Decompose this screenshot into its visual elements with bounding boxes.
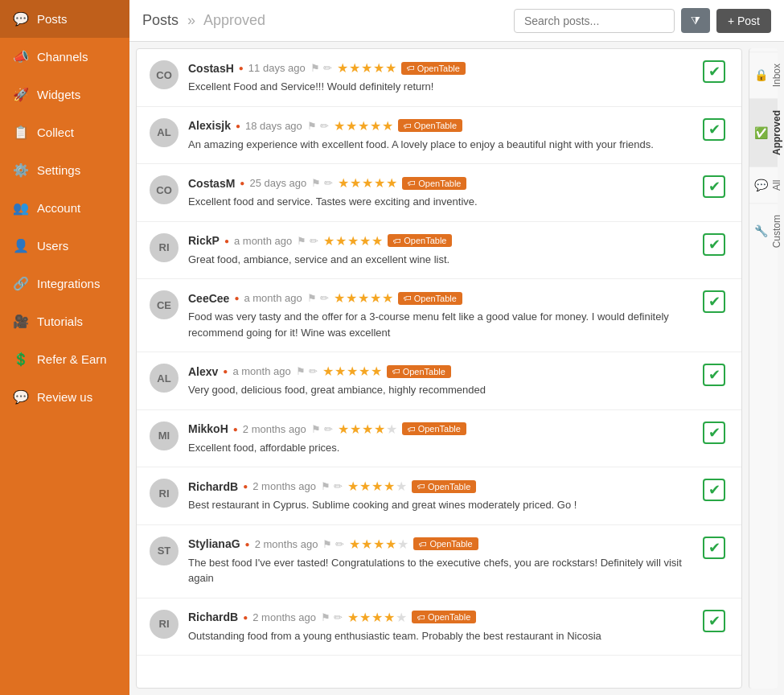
table-row: RI RichardB ● 2 months ago ⚑ ✏ ★★★★★ Ope… [137,467,741,525]
post-approve-check[interactable]: ✔ [700,175,729,198]
tab-all[interactable]: 💬 All [749,167,778,203]
sidebar-item-users[interactable]: 👤 Users [0,227,129,265]
flag-icon[interactable]: ⚑ [321,480,330,492]
sidebar-item-refer[interactable]: 💲 Refer & Earn [0,340,129,378]
post-text: Very good, delicious food, great ambianc… [188,382,690,398]
check-icon[interactable]: ✔ [703,479,725,501]
post-approve-check[interactable]: ✔ [700,422,729,444]
tab-custom[interactable]: 🔧 Custom [749,203,778,259]
post-approve-check[interactable]: ✔ [700,233,729,256]
sidebar-item-channels[interactable]: 📣 Channels [0,38,129,76]
post-approve-check[interactable]: ✔ [700,479,729,501]
check-icon[interactable]: ✔ [703,364,725,386]
sidebar-item-label: Tutorials [37,315,83,328]
star-rating: ★★★★★ [322,364,382,379]
edit-icon[interactable]: ✏ [310,235,318,247]
users-icon: 👤 [13,238,29,253]
post-time: 2 months ago [255,538,318,550]
post-body: CostasM ● 25 days ago ⚑ ✏ ★★★★★ OpenTabl… [188,175,690,210]
post-dot: ● [240,179,244,187]
collect-icon: 📋 [13,125,29,140]
source-badge: OpenTable [398,119,462,132]
post-body: StylianaG ● 2 months ago ⚑ ✏ ★★★★★ OpenT… [188,537,690,586]
edit-icon[interactable]: ✏ [320,120,329,132]
avatar: CO [150,175,179,204]
star: ★ [371,610,383,625]
post-approve-check[interactable]: ✔ [700,290,729,313]
check-icon[interactable]: ✔ [703,422,725,444]
post-time: 2 months ago [252,480,316,492]
star: ★ [371,233,383,249]
check-icon[interactable]: ✔ [703,118,725,141]
sidebar-item-widgets[interactable]: 🚀 Widgets [0,76,129,113]
check-icon[interactable]: ✔ [703,60,725,83]
flag-icon[interactable]: ⚑ [307,292,317,304]
flag-icon[interactable]: ⚑ [311,177,321,189]
star-rating: ★★★★★ [349,537,408,552]
star: ★ [374,422,385,437]
post-author: StylianaG [188,537,240,550]
check-icon[interactable]: ✔ [703,290,725,313]
star: ★ [361,60,372,76]
sidebar-item-integrations[interactable]: 🔗 Integrations [0,265,129,302]
table-row: RI RickP ● a month ago ⚑ ✏ ★★★★★ OpenTab… [137,222,741,280]
post-action-icons: ⚑ ✏ [296,365,318,377]
check-icon[interactable]: ✔ [703,610,725,632]
star: ★ [382,118,393,134]
edit-icon[interactable]: ✏ [334,611,343,623]
post-meta: RickP ● a month ago ⚑ ✏ ★★★★★ OpenTable [188,233,690,249]
post-approve-check[interactable]: ✔ [700,118,729,141]
post-time: a month ago [234,235,292,247]
edit-icon[interactable]: ✏ [335,538,344,550]
star-rating: ★★★★★ [323,233,383,249]
post-text: Best restaurant in Cyprus. Sublime cooki… [188,497,690,513]
post-button[interactable]: + Post [716,9,771,33]
edit-icon[interactable]: ✏ [323,62,332,74]
flag-icon[interactable]: ⚑ [310,62,320,74]
flag-icon[interactable]: ⚑ [322,538,332,550]
star: ★ [346,118,357,134]
flag-icon[interactable]: ⚑ [296,365,306,377]
post-approve-check[interactable]: ✔ [700,364,729,386]
sidebar-item-settings[interactable]: ⚙️ Settings [0,151,129,189]
post-author: RickP [188,234,220,247]
source-badge: OpenTable [402,177,466,190]
tab-inbox[interactable]: 🔒 Inbox [749,51,778,98]
flag-icon[interactable]: ⚑ [311,423,321,435]
header-actions: ⧩ + Post [514,8,771,33]
post-text: The best food I've ever tasted! Congratu… [188,555,690,586]
sidebar-item-tutorials[interactable]: 🎥 Tutorials [0,302,129,340]
tab-inbox-label: Inbox [771,64,782,87]
tab-approved[interactable]: ✅ Approved [749,98,778,167]
check-icon[interactable]: ✔ [703,175,725,198]
star-rating: ★★★★★ [338,422,397,437]
filter-button[interactable]: ⧩ [681,8,710,33]
star: ★ [350,175,361,191]
flag-icon[interactable]: ⚑ [321,611,330,623]
edit-icon[interactable]: ✏ [324,423,333,435]
flag-icon[interactable]: ⚑ [307,120,317,132]
search-input[interactable] [514,9,675,33]
check-icon[interactable]: ✔ [703,233,725,256]
post-dot: ● [243,482,248,491]
star: ★ [359,364,370,379]
post-author: CostasM [188,177,235,190]
post-approve-check[interactable]: ✔ [700,60,729,83]
edit-icon[interactable]: ✏ [320,292,329,304]
edit-icon[interactable]: ✏ [334,480,343,492]
post-approve-check[interactable]: ✔ [700,537,729,559]
post-approve-check[interactable]: ✔ [700,610,729,632]
flag-icon[interactable]: ⚑ [297,235,306,247]
header: Posts » Approved ⧩ + Post [129,0,784,42]
check-icon[interactable]: ✔ [703,537,725,559]
edit-icon[interactable]: ✏ [324,177,333,189]
star: ★ [338,422,349,437]
sidebar-item-label: Users [37,239,68,253]
edit-icon[interactable]: ✏ [309,365,318,377]
sidebar-item-posts[interactable]: 💬 Posts [0,0,129,38]
sidebar-item-collect[interactable]: 📋 Collect [0,113,129,151]
star-rating: ★★★★★ [334,290,393,306]
sidebar-item-review[interactable]: 💬 Review us [0,378,129,416]
account-icon: 👥 [13,200,29,216]
sidebar-item-account[interactable]: 👥 Account [0,189,129,227]
